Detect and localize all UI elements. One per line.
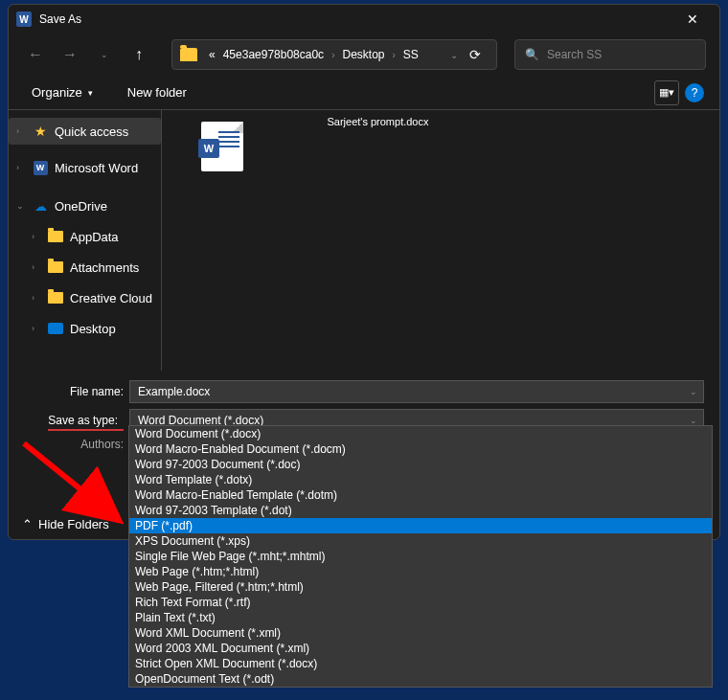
address-dropdown[interactable]: ⌄ — [446, 50, 462, 60]
filename-input[interactable]: Example.docx ⌄ — [129, 380, 704, 403]
breadcrumb-segment[interactable]: 45e3ae978b08ca0c — [219, 48, 328, 61]
savetype-option[interactable]: Word 2003 XML Document (*.xml) — [129, 641, 712, 656]
titlebar: W Save As ✕ — [9, 5, 719, 34]
chevron-up-icon: ⌃ — [22, 517, 33, 531]
sidebar-item-appdata[interactable]: › AppData — [9, 221, 161, 252]
address-bar[interactable]: « 45e3ae978b08ca0c › Desktop › SS ⌄ ⟳ — [171, 39, 497, 70]
refresh-button[interactable]: ⟳ — [462, 47, 489, 62]
folder-icon — [47, 229, 64, 244]
breadcrumb-segment[interactable]: Desktop — [338, 48, 388, 61]
sidebar-item-label: Quick access — [55, 124, 128, 139]
savetype-option[interactable]: Word 97-2003 Document (*.doc) — [129, 457, 712, 472]
breadcrumb-segment[interactable]: SS — [399, 48, 422, 61]
forward-button[interactable]: → — [57, 41, 83, 68]
sidebar-item-label: AppData — [70, 230, 119, 244]
search-icon: 🔍 — [525, 48, 539, 61]
authors-label: Authors: — [16, 438, 129, 451]
file-label: Sarjeet's prompt.docx — [327, 116, 428, 127]
savetype-option[interactable]: Rich Text Format (*.rtf) — [129, 595, 712, 610]
chevron-down-icon[interactable]: ⌄ — [690, 416, 697, 425]
organize-button[interactable]: Organize — [24, 81, 101, 103]
docx-file-icon: W — [201, 122, 243, 171]
word-icon: W — [32, 160, 49, 175]
breadcrumb-overflow[interactable]: « — [205, 48, 219, 61]
chevron-right-icon[interactable]: › — [389, 50, 399, 60]
savetype-option[interactable]: Plain Text (*.txt) — [129, 610, 712, 625]
filename-label: File name: — [16, 385, 129, 398]
up-button[interactable]: ↑ — [125, 41, 152, 68]
sidebar-item-label: Attachments — [70, 260, 139, 275]
sidebar-item-label: OneDrive — [55, 199, 107, 214]
folder-icon — [47, 290, 64, 305]
savetype-dropdown[interactable]: Word Document (*.docx)Word Macro-Enabled… — [128, 425, 713, 688]
sidebar-item-label: Microsoft Word — [55, 161, 138, 175]
view-options-button[interactable]: ▦▾ — [654, 80, 679, 105]
file-item[interactable]: W — [179, 122, 265, 171]
folder-icon — [180, 48, 197, 61]
chevron-right-icon: › — [32, 232, 41, 241]
window-title: Save As — [39, 12, 673, 26]
savetype-option[interactable]: Word XML Document (*.xml) — [129, 625, 712, 641]
star-icon: ★ — [32, 124, 49, 139]
savetype-label: Save as type: — [48, 414, 124, 431]
savetype-option[interactable]: Word 97-2003 Template (*.dot) — [129, 503, 712, 518]
sidebar-item-creative-cloud[interactable]: › Creative Cloud — [9, 282, 161, 313]
file-list[interactable]: W Sarjeet's prompt.docx — [162, 110, 719, 371]
chevron-right-icon[interactable]: › — [328, 50, 338, 60]
chevron-right-icon: › — [16, 126, 26, 136]
sidebar-item-label: Creative Cloud — [70, 291, 152, 305]
savetype-option[interactable]: Web Page, Filtered (*.htm;*.html) — [129, 579, 712, 595]
chevron-down-icon: ⌄ — [16, 201, 26, 211]
sidebar-item-attachments[interactable]: › Attachments — [9, 252, 161, 282]
close-button[interactable]: ✕ — [673, 5, 712, 34]
savetype-option[interactable]: PDF (*.pdf) — [129, 518, 712, 533]
desktop-icon — [47, 321, 64, 336]
savetype-option[interactable]: XPS Document (*.xps) — [129, 533, 712, 549]
sidebar-item-word[interactable]: › W Microsoft Word — [9, 152, 161, 183]
savetype-option[interactable]: OpenDocument Text (*.odt) — [129, 671, 712, 687]
savetype-option[interactable]: Web Page (*.htm;*.html) — [129, 564, 712, 579]
savetype-option[interactable]: Word Document (*.docx) — [129, 426, 712, 441]
body: › ★ Quick access › W Microsoft Word ⌄ ☁ … — [9, 110, 719, 371]
chevron-down-icon[interactable]: ⌄ — [690, 387, 697, 396]
chevron-right-icon: › — [32, 293, 41, 303]
savetype-option[interactable]: Word Macro-Enabled Document (*.docm) — [129, 441, 712, 457]
savetype-option[interactable]: Strict Open XML Document (*.docx) — [129, 656, 712, 671]
chevron-right-icon: › — [32, 324, 41, 333]
new-folder-button[interactable]: New folder — [120, 81, 194, 103]
sidebar-item-label: Desktop — [70, 322, 116, 336]
recent-dropdown[interactable]: ⌄ — [91, 41, 118, 68]
sidebar-item-desktop[interactable]: › Desktop — [9, 313, 161, 344]
sidebar: › ★ Quick access › W Microsoft Word ⌄ ☁ … — [9, 110, 162, 371]
folder-icon — [47, 260, 64, 275]
savetype-option[interactable]: Word Template (*.dotx) — [129, 472, 712, 487]
savetype-option[interactable]: Single File Web Page (*.mht;*.mhtml) — [129, 549, 712, 564]
navbar: ← → ⌄ ↑ « 45e3ae978b08ca0c › Desktop › S… — [9, 34, 719, 76]
chevron-right-icon: › — [32, 262, 41, 272]
word-app-icon: W — [16, 11, 32, 27]
help-button[interactable]: ? — [685, 83, 704, 102]
hide-folders-button[interactable]: ⌃ Hide Folders — [22, 517, 109, 531]
cloud-icon: ☁ — [32, 198, 49, 214]
search-placeholder: Search SS — [547, 48, 602, 61]
chevron-right-icon: › — [16, 163, 26, 172]
search-input[interactable]: 🔍 Search SS — [514, 39, 706, 70]
back-button[interactable]: ← — [22, 41, 49, 68]
sidebar-item-quick-access[interactable]: › ★ Quick access — [9, 118, 161, 145]
savetype-option[interactable]: Word Macro-Enabled Template (*.dotm) — [129, 487, 712, 503]
sidebar-item-onedrive[interactable]: ⌄ ☁ OneDrive — [9, 191, 161, 221]
toolbar: Organize New folder ▦▾ ? — [9, 76, 719, 110]
